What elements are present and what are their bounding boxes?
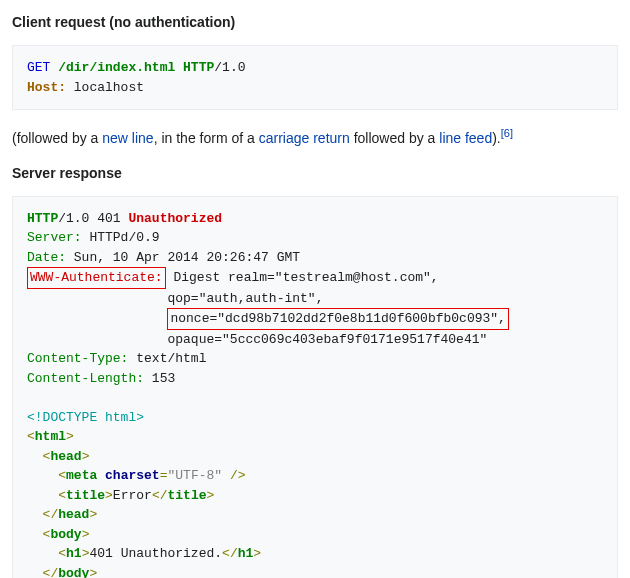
followed-by-paragraph: (followed by a new line, in the form of …	[12, 124, 618, 149]
section-client-request: Client request (no authentication)	[12, 12, 618, 33]
highlight-nonce: nonce="dcd98b7102dd2f0e8b11d0f600bfb0c09…	[167, 308, 508, 330]
citation-6[interactable]: [6]	[501, 127, 513, 139]
request-code-block: GET /dir/index.html HTTP/1.0 Host: local…	[12, 45, 618, 110]
link-line-feed[interactable]: line feed	[439, 130, 492, 146]
section-server-response: Server response	[12, 163, 618, 184]
link-carriage-return[interactable]: carriage return	[259, 130, 350, 146]
response-code-block: HTTP/1.0 401 Unauthorized Server: HTTPd/…	[12, 196, 618, 578]
highlight-www-authenticate: WWW-Authenticate:	[27, 267, 166, 289]
link-new-line[interactable]: new line	[102, 130, 153, 146]
